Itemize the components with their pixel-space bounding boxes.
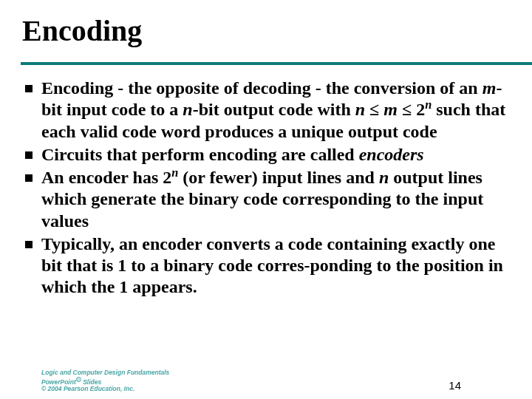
list-item: Encoding - the opposite of decoding - th… [25, 78, 513, 143]
bullet-text: Encoding - the opposite of decoding - th… [41, 78, 513, 143]
footer-line-2-post: Slides [81, 378, 101, 385]
bullet-icon [25, 174, 33, 182]
footer-line-3: © 2004 Pearson Education, Inc. [41, 385, 134, 392]
list-item: Typically, an encoder converts a code co… [25, 233, 513, 299]
bullet-text: Circuits that perform encoding are calle… [41, 144, 424, 166]
footer-line-1: Logic and Computer Design Fundamentals [41, 369, 169, 376]
bullet-text: Typically, an encoder converts a code co… [41, 233, 513, 299]
bullet-icon [25, 151, 33, 159]
page-number: 14 [449, 379, 461, 392]
slide-title: Encoding [22, 13, 517, 48]
bullet-icon [25, 241, 33, 248]
bullet-text: An encoder has 2n (or fewer) input lines… [41, 167, 513, 232]
list-item: An encoder has 2n (or fewer) input lines… [25, 167, 513, 232]
bullet-list: Encoding - the opposite of decoding - th… [25, 78, 517, 299]
copyright-footer: Logic and Computer Design Fundamentals P… [41, 369, 169, 393]
title-divider [21, 62, 532, 65]
footer-line-2-pre: PowerPoint [41, 378, 76, 385]
registered-icon: ® [76, 377, 81, 382]
bullet-icon [25, 85, 33, 92]
list-item: Circuits that perform encoding are calle… [25, 144, 513, 166]
